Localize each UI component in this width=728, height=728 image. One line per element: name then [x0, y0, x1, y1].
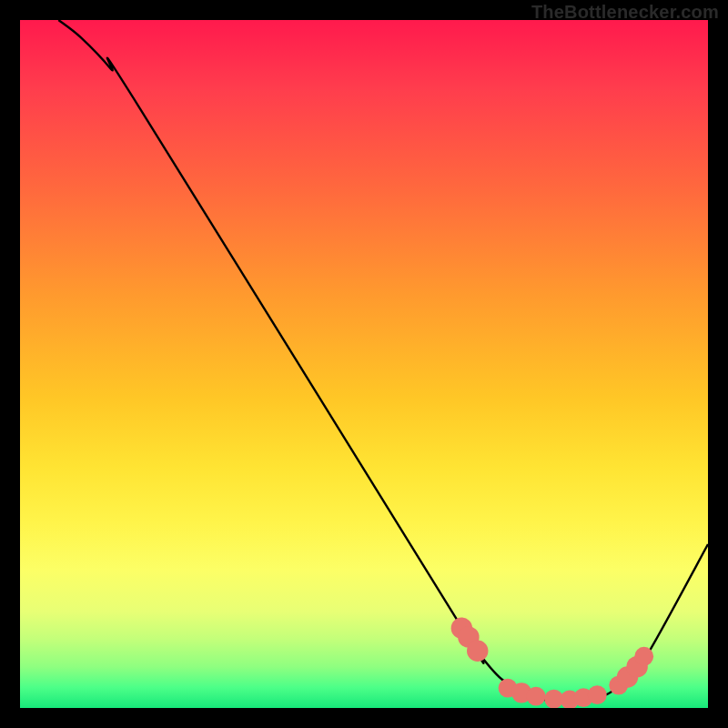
curve-marker [634, 647, 653, 666]
curve-marker [588, 685, 607, 704]
curve-marker [527, 687, 546, 706]
chart-svg [20, 20, 708, 708]
chart-frame: TheBottlenecker.com [0, 0, 728, 728]
curve-marker [467, 641, 488, 662]
curve-markers [451, 618, 653, 708]
curve-line [58, 20, 708, 703]
